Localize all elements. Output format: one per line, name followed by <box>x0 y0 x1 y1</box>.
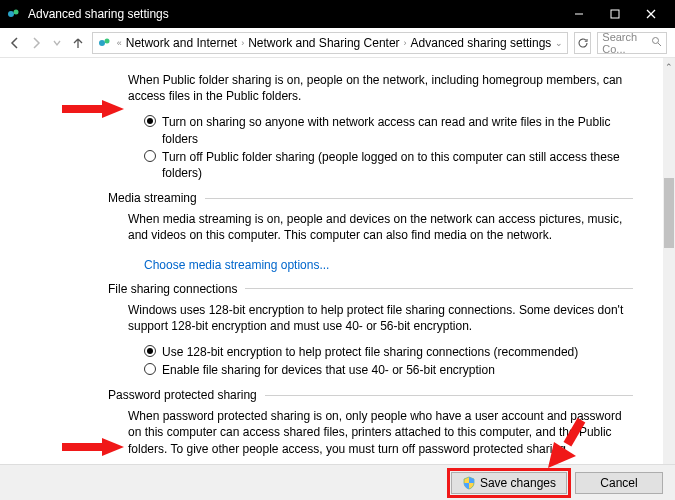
crumb-network-internet[interactable]: Network and Internet <box>126 36 237 50</box>
cancel-button[interactable]: Cancel <box>575 472 663 494</box>
section-media-streaming: Media streaming <box>108 191 633 205</box>
section-file-sharing: File sharing connections <box>108 282 633 296</box>
radio-icon <box>144 115 156 127</box>
radio-icon <box>144 150 156 162</box>
media-desc: When media streaming is on, people and d… <box>128 211 633 243</box>
svg-point-8 <box>653 38 659 44</box>
svg-point-1 <box>14 10 19 15</box>
back-button[interactable] <box>8 33 23 53</box>
search-icon <box>651 36 662 49</box>
radio-label: Turn on sharing so anyone with network a… <box>162 114 633 146</box>
svg-line-9 <box>658 43 661 46</box>
chevron-down-icon[interactable]: ⌄ <box>555 38 563 48</box>
window-title: Advanced sharing settings <box>28 7 169 21</box>
titlebar: Advanced sharing settings <box>0 0 675 28</box>
chevron-left-icon: « <box>117 38 122 48</box>
shield-icon <box>462 476 476 490</box>
radio-icon <box>144 345 156 357</box>
radio-label: Enable file sharing for devices that use… <box>162 362 495 378</box>
filesharing-desc: Windows uses 128-bit encryption to help … <box>128 302 633 334</box>
nav-row: « Network and Internet › Network and Sha… <box>0 28 675 58</box>
maximize-button[interactable] <box>597 0 633 28</box>
close-button[interactable] <box>633 0 669 28</box>
search-input[interactable]: Search Co... <box>597 32 667 54</box>
content-area: When Public folder sharing is on, people… <box>0 58 663 464</box>
radio-icon <box>144 363 156 375</box>
minimize-button[interactable] <box>561 0 597 28</box>
app-icon <box>6 6 22 22</box>
section-password-sharing: Password protected sharing <box>108 388 633 402</box>
radio-label: Turn off Public folder sharing (people l… <box>162 149 633 181</box>
radio-public-sharing-off[interactable]: Turn off Public folder sharing (people l… <box>144 149 633 181</box>
chevron-right-icon: › <box>241 38 244 48</box>
svg-point-7 <box>104 38 109 43</box>
public-folder-intro: When Public folder sharing is on, people… <box>128 72 633 104</box>
save-label: Save changes <box>480 476 556 490</box>
password-desc: When password protected sharing is on, o… <box>128 408 633 457</box>
crumb-sharing-center[interactable]: Network and Sharing Center <box>248 36 399 50</box>
radio-40-56bit[interactable]: Enable file sharing for devices that use… <box>144 362 633 378</box>
location-icon <box>97 35 113 51</box>
crumb-advanced-sharing[interactable]: Advanced sharing settings <box>411 36 552 50</box>
svg-point-6 <box>99 40 105 46</box>
address-bar[interactable]: « Network and Internet › Network and Sha… <box>92 32 569 54</box>
footer: Save changes Cancel <box>0 464 675 500</box>
radio-public-sharing-on[interactable]: Turn on sharing so anyone with network a… <box>144 114 633 146</box>
media-options-link[interactable]: Choose media streaming options... <box>144 258 329 272</box>
svg-rect-3 <box>611 10 619 18</box>
cancel-label: Cancel <box>600 476 637 490</box>
search-placeholder: Search Co... <box>602 31 647 55</box>
scrollbar[interactable] <box>663 58 675 464</box>
forward-button[interactable] <box>29 33 44 53</box>
scrollbar-thumb[interactable] <box>664 178 674 248</box>
svg-point-0 <box>8 11 14 17</box>
save-changes-button[interactable]: Save changes <box>451 472 567 494</box>
recent-dropdown-icon[interactable] <box>50 33 65 53</box>
refresh-button[interactable] <box>574 32 591 54</box>
scroll-up-icon[interactable]: ⌃ <box>665 62 673 72</box>
chevron-right-icon: › <box>404 38 407 48</box>
radio-label: Use 128-bit encryption to help protect f… <box>162 344 578 360</box>
radio-128bit[interactable]: Use 128-bit encryption to help protect f… <box>144 344 633 360</box>
up-button[interactable] <box>71 33 86 53</box>
